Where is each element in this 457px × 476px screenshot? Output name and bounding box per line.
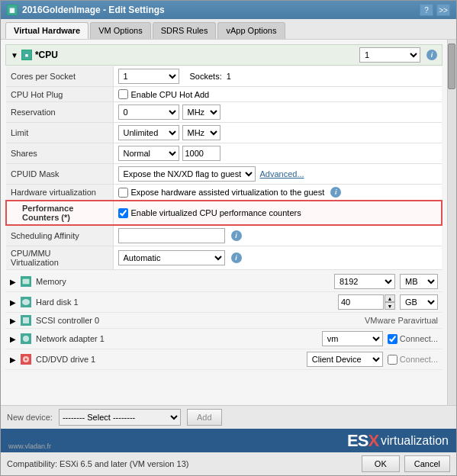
table-row: Cores per Socket 12 Sockets: 1	[6, 66, 442, 87]
limit-value: Unlimited MHzGHz	[113, 123, 442, 143]
add-button[interactable]: Add	[187, 409, 222, 426]
hard-disk-icon	[21, 297, 31, 307]
table-row: Scheduling Affinity i	[6, 225, 442, 246]
new-device-label: New device:	[7, 413, 53, 422]
table-row: CPUID Mask Expose the NX/XD flag to gues…	[6, 164, 442, 185]
cpu-hot-plug-value: Enable CPU Hot Add	[113, 87, 442, 102]
shares-select[interactable]: NormalLowHighCustom	[118, 146, 179, 161]
scsi-value: VMware Paravirtual	[365, 316, 438, 325]
cpuid-advanced-link[interactable]: Advanced...	[260, 169, 304, 178]
network-select[interactable]: vm	[322, 331, 383, 346]
hard-disk-spin-buttons: ▲ ▼	[385, 294, 395, 310]
expand-button[interactable]: >>	[436, 4, 450, 16]
cpu-count-select[interactable]: 124	[359, 47, 420, 63]
compatibility-text: Compatibility: ESXi 6.5 and later (VM ve…	[7, 459, 188, 468]
perf-counters-label: Performance Counters (*)	[6, 201, 113, 225]
cpu-expand-arrow: ▼	[11, 51, 18, 60]
reservation-value: 0 MHzGHz	[113, 102, 442, 123]
scrollbar[interactable]	[447, 40, 456, 405]
scheduling-affinity-label: Scheduling Affinity	[6, 225, 113, 246]
cpu-hot-plug-label: CPU Hot Plug	[6, 87, 113, 102]
memory-icon	[21, 276, 31, 287]
cores-per-socket-select[interactable]: 12	[118, 69, 179, 84]
shares-label: Shares	[6, 143, 113, 164]
footer-bottom: Compatibility: ESXi 6.5 and later (VM ve…	[1, 452, 456, 475]
hard-disk-spin-down[interactable]: ▼	[385, 302, 395, 310]
svg-rect-3	[23, 317, 29, 323]
hard-disk-label: Hard disk 1	[36, 298, 79, 307]
sockets-label: Sockets: 1	[190, 72, 231, 81]
footer-buttons: OK Cancel	[362, 455, 450, 472]
tabs-bar: Virtual Hardware VM Options SDRS Rules v…	[1, 19, 456, 40]
cores-per-socket-label: Cores per Socket	[6, 66, 113, 87]
network-connect-label[interactable]: Connect...	[388, 334, 438, 344]
hw-virt-label: Hardware virtualization	[6, 185, 113, 201]
limit-unit-select[interactable]: MHzGHz	[182, 125, 220, 140]
hard-disk-spin-up[interactable]: ▲	[385, 294, 395, 302]
cddvd-select[interactable]: Client Device	[307, 352, 383, 367]
perf-counters-text: Enable virtualized CPU performance count…	[131, 208, 301, 217]
cpu-hot-plug-checkbox[interactable]	[118, 89, 128, 99]
main-window: ▦ 2016GoldenImage - Edit Settings ? >> V…	[0, 0, 457, 476]
reservation-select[interactable]: 0	[118, 105, 179, 120]
ok-button[interactable]: OK	[362, 455, 400, 472]
scheduling-affinity-info-icon: i	[231, 230, 242, 241]
cpu-mmu-select[interactable]: Automatic	[118, 250, 225, 265]
limit-select[interactable]: Unlimited	[118, 125, 179, 140]
cddvd-connect-checkbox[interactable]	[388, 355, 397, 365]
memory-controls: 8192 MBGB	[334, 274, 438, 289]
cpu-hot-plug-checkbox-label[interactable]: Enable CPU Hot Add	[118, 89, 438, 99]
scsi-controller-row[interactable]: ▶ SCSI controller 0 VMware Paravirtual	[5, 313, 443, 329]
reservation-unit-select[interactable]: MHzGHz	[182, 105, 220, 120]
tab-vm-options[interactable]: VM Options	[90, 22, 150, 39]
table-row: CPU/MMUVirtualization Automatic i	[6, 246, 442, 270]
hard-disk-input[interactable]	[338, 294, 384, 310]
memory-row[interactable]: ▶ Memory 8192 MBGB	[5, 272, 443, 292]
network-label: Network adapter 1	[36, 334, 105, 343]
table-row: Shares NormalLowHighCustom	[6, 143, 442, 164]
network-expand-arrow: ▶	[10, 335, 16, 343]
cddvd-drive-row[interactable]: ▶ CD/DVD drive 1 Client Device Connect..…	[5, 349, 443, 370]
hard-disk-unit-select[interactable]: GBMBTB	[400, 294, 438, 310]
title-bar: ▦ 2016GoldenImage - Edit Settings ? >>	[1, 1, 456, 19]
cpu-hot-plug-text: Enable CPU Hot Add	[131, 90, 210, 99]
svg-point-4	[23, 336, 29, 342]
scrollbar-thumb[interactable]	[448, 43, 455, 89]
cddvd-controls: Client Device Connect...	[307, 352, 438, 367]
table-row: Hardware virtualization Expose hardware …	[6, 185, 442, 201]
perf-counters-checkbox-label[interactable]: Enable virtualized CPU performance count…	[118, 208, 437, 218]
hard-disk-row[interactable]: ▶ Hard disk 1 ▲ ▼ GBMBTB	[5, 292, 443, 313]
hw-virt-checkbox-label[interactable]: Expose hardware assisted virtualization …	[118, 188, 325, 198]
cpu-properties-table: Cores per Socket 12 Sockets: 1 CPU Hot P…	[5, 66, 443, 270]
help-button[interactable]: ?	[420, 4, 433, 16]
shares-value-input[interactable]	[182, 146, 220, 161]
main-panel: ▼ ■ *CPU 124 i Cores per Socket 12 Socke…	[1, 40, 447, 405]
perf-counters-value: Enable virtualized CPU performance count…	[113, 201, 442, 225]
tab-virtual-hardware[interactable]: Virtual Hardware	[5, 22, 89, 39]
tab-vapp-options[interactable]: vApp Options	[217, 22, 285, 39]
vladan-credit: www.vladan.fr	[8, 442, 51, 450]
scheduling-affinity-input[interactable]	[118, 228, 225, 243]
scheduling-affinity-value: i	[113, 225, 442, 246]
tab-sdrs-rules[interactable]: SDRS Rules	[153, 22, 217, 39]
cpu-section-header[interactable]: ▼ ■ *CPU 124 i	[5, 44, 443, 66]
cddvd-icon	[21, 354, 31, 365]
shares-controls: NormalLowHighCustom	[118, 146, 438, 161]
virtualization-text: virtualization	[381, 434, 449, 448]
memory-unit-select[interactable]: MBGB	[400, 274, 438, 289]
scsi-label: SCSI controller 0	[36, 316, 99, 325]
perf-counters-checkbox[interactable]	[118, 208, 128, 218]
esx-text: ES	[347, 431, 368, 451]
network-controls: vm Connect...	[322, 331, 438, 346]
svg-point-2	[22, 299, 30, 305]
network-adapter-row[interactable]: ▶ Network adapter 1 vm Connect...	[5, 329, 443, 349]
cddvd-connect-label[interactable]: Connect...	[388, 355, 438, 365]
memory-select[interactable]: 8192	[334, 274, 395, 289]
cddvd-label: CD/DVD drive 1	[36, 355, 95, 364]
new-device-select[interactable]: -------- Select --------	[59, 409, 181, 426]
title-buttons: ? >>	[420, 4, 450, 16]
network-connect-checkbox[interactable]	[388, 334, 397, 344]
cpuid-mask-select[interactable]: Expose the NX/XD flag to guest	[118, 166, 256, 182]
cancel-button[interactable]: Cancel	[404, 455, 450, 472]
hw-virt-checkbox[interactable]	[118, 188, 128, 198]
